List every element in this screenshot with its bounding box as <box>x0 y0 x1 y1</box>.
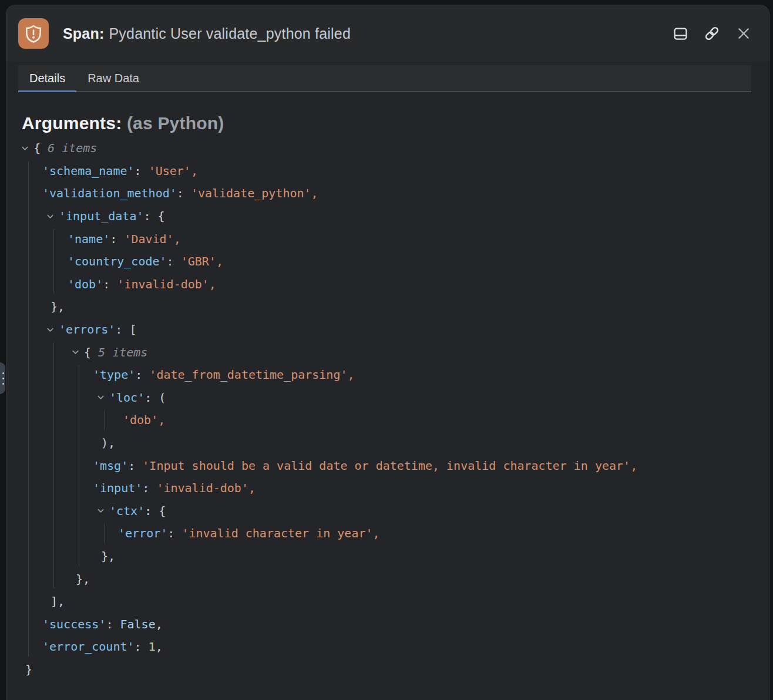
code-token: 'ctx' <box>109 504 144 518</box>
code-line: 'error': 'invalid character in year', <box>17 522 769 545</box>
arguments-tree: { 6 items'schema_name': 'User','validati… <box>17 137 769 681</box>
code-token: 'msg' <box>93 459 128 473</box>
span-title-text: Pydantic User validate_python failed <box>109 25 351 42</box>
code-line: 'dob': 'invalid-dob', <box>17 273 769 296</box>
code-line: }, <box>17 567 769 590</box>
code-token: 'dob' <box>68 277 103 291</box>
code-token: : ( <box>144 391 166 405</box>
code-token: : <box>142 481 156 495</box>
code-token: False <box>120 617 155 631</box>
code-token: 'error' <box>118 526 167 540</box>
tab-raw-data[interactable]: Raw Data <box>76 65 150 91</box>
code-token: 'validation_method' <box>42 186 177 200</box>
code-token: : <box>106 617 120 631</box>
code-line: 'error_count': 1, <box>17 635 769 658</box>
code-token: 'validate_python', <box>191 186 318 200</box>
code-token: { <box>84 345 98 359</box>
code-token: 'errors' <box>59 322 115 336</box>
close-icon[interactable] <box>735 25 752 42</box>
code-line: ), <box>17 432 769 455</box>
code-token: 'country_code' <box>68 254 167 268</box>
code-token: 'input_data' <box>59 209 144 223</box>
code-line: 'msg': 'Input should be a valid date or … <box>17 454 769 477</box>
code-line: 'schema_name': 'User', <box>17 160 769 183</box>
collapse-caret-icon[interactable] <box>71 348 80 356</box>
code-token: 'invalid-dob', <box>156 481 256 495</box>
code-token: : <box>135 368 149 382</box>
code-line: 'name': 'David', <box>17 227 769 250</box>
app-background: Span:Pydantic User validate_python faile… <box>0 0 773 700</box>
tab-bar: Details Raw Data <box>18 65 751 92</box>
indent-guide <box>53 342 54 588</box>
code-token: 'name' <box>68 232 110 246</box>
copy-link-icon[interactable] <box>703 25 721 42</box>
code-token: : <box>135 640 149 654</box>
code-token: 'User', <box>149 164 198 178</box>
code-token: { <box>33 141 48 155</box>
code-token: , <box>156 617 163 631</box>
warning-shield-icon <box>18 18 49 49</box>
code-line: 'type': 'date_from_datetime_parsing', <box>17 364 769 386</box>
panel-bottom-icon[interactable] <box>671 25 689 42</box>
collapse-caret-icon[interactable] <box>46 325 55 334</box>
indent-guide <box>79 365 79 566</box>
code-token: 1 <box>149 640 156 654</box>
code-token: : { <box>144 504 166 518</box>
arguments-heading-sub: (as Python) <box>127 113 224 133</box>
header-actions <box>671 25 752 42</box>
code-token: 'schema_name' <box>42 164 135 178</box>
code-token: , <box>156 640 163 654</box>
code-token: 'error_count' <box>42 640 135 654</box>
code-line: 'validation_method': 'validate_python', <box>17 182 769 205</box>
collapse-caret-icon[interactable] <box>96 506 106 515</box>
code-line: 'errors': [ <box>17 318 769 341</box>
code-token: 'input' <box>93 481 142 495</box>
arguments-heading: Arguments: (as Python) <box>22 113 769 133</box>
code-token: 'invalid character in year', <box>182 526 379 540</box>
code-token: : <box>110 232 124 246</box>
code-token: 'David', <box>124 232 180 246</box>
code-token: : <box>167 254 181 268</box>
code-token: 'GBR', <box>181 254 223 268</box>
tab-details[interactable]: Details <box>18 65 76 91</box>
code-token: : <box>128 459 142 473</box>
code-token: 'dob', <box>123 413 165 427</box>
code-line: 'input_data': { <box>17 205 769 228</box>
code-token: 'loc' <box>109 391 144 405</box>
code-line: 'success': False, <box>17 612 769 635</box>
code-token: : <box>177 186 191 200</box>
code-line: 'loc': ( <box>17 386 769 409</box>
code-token: ], <box>51 594 65 608</box>
code-token: : <box>167 526 182 540</box>
code-token: }, <box>76 572 90 586</box>
code-token: : [ <box>115 322 136 336</box>
indent-guide <box>104 410 105 430</box>
code-token: 5 items <box>98 345 147 359</box>
indent-guide <box>53 229 54 294</box>
collapse-caret-icon[interactable] <box>21 144 30 153</box>
indent-guide <box>28 161 29 657</box>
details-content: Arguments: (as Python) { 6 items'schema_… <box>6 113 769 681</box>
code-token: 'type' <box>93 368 135 382</box>
code-line: } <box>17 658 769 681</box>
panel-title: Span:Pydantic User validate_python faile… <box>63 25 351 42</box>
code-token: } <box>25 662 32 677</box>
code-line: }, <box>17 545 769 568</box>
collapse-caret-icon[interactable] <box>46 212 55 221</box>
code-line: }, <box>17 295 769 318</box>
code-token: ), <box>101 436 115 450</box>
span-kind-label: Span: <box>63 25 104 42</box>
code-token: 'success' <box>42 617 106 631</box>
collapse-caret-icon[interactable] <box>96 393 106 402</box>
code-line: 'ctx': { <box>17 500 769 523</box>
code-line: 'dob', <box>17 409 769 432</box>
code-token: 'date_from_datetime_parsing', <box>149 368 354 382</box>
drawer-resize-handle[interactable] <box>0 362 5 394</box>
arguments-heading-main: Arguments: <box>22 113 122 133</box>
code-line: { 6 items <box>17 137 769 160</box>
code-token: 6 items <box>48 141 97 155</box>
code-line: ], <box>17 590 769 613</box>
code-token: 'invalid-dob', <box>117 277 216 291</box>
code-token: : { <box>144 209 165 223</box>
indent-guide <box>104 524 105 543</box>
